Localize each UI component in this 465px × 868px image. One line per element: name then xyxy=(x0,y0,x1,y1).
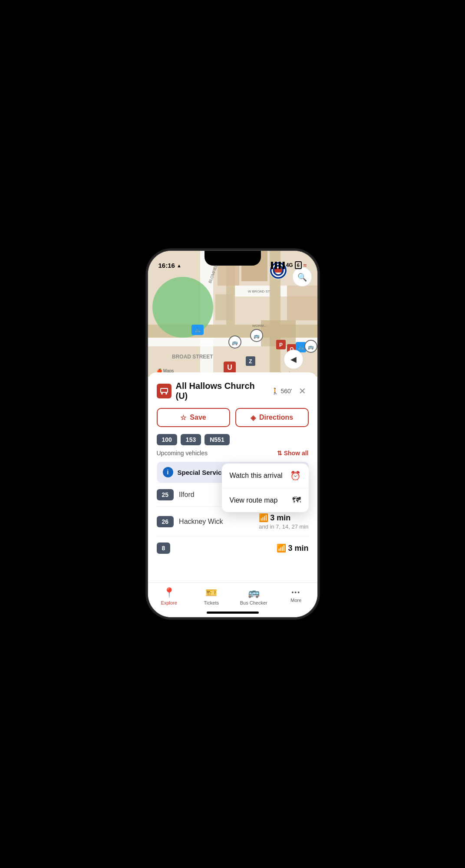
stop-header: All Hallows Church (U) 🚶 560' ✕ xyxy=(157,381,309,401)
bus-row-right-26: 📶 3 min and in 7, 14, 27 min xyxy=(259,513,308,530)
svg-text:W BROAD ST: W BROAD ST xyxy=(248,289,270,293)
bus-sub-time-26: and in 7, 14, 27 min xyxy=(259,523,308,530)
phone-shell: 16:16 ▲ ▐▐▐▐ 4G 6 ≈ xyxy=(148,251,317,617)
info-icon: i xyxy=(163,467,173,477)
bus-badge-26: 26 xyxy=(157,516,174,527)
bus-stop-icon xyxy=(157,384,171,398)
notch xyxy=(204,251,261,266)
svg-rect-10 xyxy=(287,286,317,320)
map-icon: 🗺 xyxy=(292,495,301,505)
save-label: Save xyxy=(190,414,206,421)
bus-checker-icon: 🚌 xyxy=(248,587,260,598)
realtime-icon-8: 📶 xyxy=(277,543,286,553)
svg-text:P: P xyxy=(279,342,282,348)
star-icon: ☆ xyxy=(180,414,186,422)
svg-point-48 xyxy=(161,393,163,395)
map-area[interactable]: BLOMFIELD ST W BROAD ST WORM... BROAD ST… xyxy=(148,251,317,377)
upcoming-row: Upcoming vehicles ⇅ Show all xyxy=(157,450,309,457)
svg-text:🚌: 🚌 xyxy=(232,339,238,345)
bus-row-main-26: 26 Hackney Wick 📶 3 min and in 7, 14, 27… xyxy=(157,513,309,530)
nav-item-more[interactable]: ••• More xyxy=(281,587,311,603)
home-indicator xyxy=(207,612,259,614)
more-icon: ••• xyxy=(291,589,300,596)
walk-distance: 🚶 560' xyxy=(271,388,292,395)
save-button[interactable]: ☆ Save xyxy=(157,408,230,427)
view-route-map-item[interactable]: View route map 🗺 xyxy=(222,488,309,512)
bus-row-left-26: 26 Hackney Wick xyxy=(157,516,223,527)
svg-point-49 xyxy=(165,393,167,395)
distance-value: 560' xyxy=(280,388,292,395)
route-badges: 100 153 N551 xyxy=(157,434,309,445)
directions-button[interactable]: ◈ Directions xyxy=(235,408,309,427)
action-buttons: ☆ Save ◈ Directions xyxy=(157,408,309,427)
nav-item-explore[interactable]: 📍 Explore xyxy=(154,587,184,605)
explore-icon: 📍 xyxy=(163,587,175,598)
route-badge-100[interactable]: 100 xyxy=(157,434,177,445)
alarm-clock-icon: ⏰ xyxy=(290,470,301,481)
view-route-map-label: View route map xyxy=(230,496,278,504)
svg-text:Z: Z xyxy=(249,358,252,365)
upcoming-vehicles-label: Upcoming vehicles xyxy=(157,450,208,457)
bus-destination-25: Ilford xyxy=(179,491,195,499)
map-svg: BLOMFIELD ST W BROAD ST WORM... BROAD ST… xyxy=(148,251,317,377)
svg-text:🚲: 🚲 xyxy=(297,344,304,350)
bus-row-right-8: 📶 3 min xyxy=(277,543,308,553)
realtime-icon-26: 📶 xyxy=(259,513,268,523)
show-all-button[interactable]: ⇅ Show all xyxy=(277,450,309,457)
bus-row-8[interactable]: 8 📶 3 min xyxy=(157,536,309,560)
show-all-label: Show all xyxy=(284,450,309,457)
stop-name: All Hallows Church (U) xyxy=(176,381,267,401)
svg-point-7 xyxy=(152,277,213,338)
nav-item-tickets[interactable]: 🎫 Tickets xyxy=(196,587,227,605)
bus-time-value-26: 3 min xyxy=(270,513,290,523)
special-service-left: i Special Service xyxy=(163,467,225,477)
svg-text:BROAD STREET: BROAD STREET xyxy=(172,354,213,360)
sort-icon: ⇅ xyxy=(277,450,282,457)
svg-rect-12 xyxy=(215,294,233,320)
bus-row-left-8: 8 xyxy=(157,542,171,554)
bus-time-value-8: 3 min xyxy=(288,544,308,553)
bus-time-26: 📶 3 min xyxy=(259,513,308,523)
bus-destination-26: Hackney Wick xyxy=(179,518,223,526)
nav-label-explore: Explore xyxy=(161,600,177,605)
svg-text:◀: ◀ xyxy=(290,355,297,364)
bus-time-8: 📶 3 min xyxy=(277,543,308,553)
bus-row-main-8: 8 📶 3 min xyxy=(157,542,309,554)
svg-text:🚌: 🚌 xyxy=(308,344,314,350)
nav-label-more: More xyxy=(290,598,301,603)
tickets-icon: 🎫 xyxy=(205,587,217,598)
svg-rect-47 xyxy=(161,389,167,392)
close-button[interactable]: ✕ xyxy=(297,385,309,397)
special-service-text: Special Service xyxy=(178,469,225,476)
nav-item-bus-checker[interactable]: 🚌 Bus Checker xyxy=(238,587,269,605)
svg-text:🔍: 🔍 xyxy=(297,273,307,282)
bus-row-left-25: 25 Ilford xyxy=(157,489,195,500)
svg-text:WORM...: WORM... xyxy=(252,324,267,328)
svg-text:U: U xyxy=(227,364,232,371)
route-badge-153[interactable]: 153 xyxy=(181,434,201,445)
bus-badge-8: 8 xyxy=(157,542,171,554)
phone-screen: 16:16 ▲ ▐▐▐▐ 4G 6 ≈ xyxy=(148,251,317,617)
route-badge-n551[interactable]: N551 xyxy=(204,434,229,445)
watch-arrival-item[interactable]: Watch this arrival ⏰ xyxy=(222,464,309,488)
directions-icon: ◈ xyxy=(251,414,256,422)
directions-label: Directions xyxy=(259,414,293,421)
bus-badge-25: 25 xyxy=(157,489,174,500)
watch-arrival-label: Watch this arrival xyxy=(230,472,283,480)
svg-text:🚌: 🚌 xyxy=(254,333,260,339)
nav-label-bus-checker: Bus Checker xyxy=(240,600,267,605)
walk-icon: 🚶 xyxy=(271,388,279,395)
nav-label-tickets: Tickets xyxy=(204,600,219,605)
svg-text:🚲: 🚲 xyxy=(194,326,201,333)
context-menu: Watch this arrival ⏰ View route map 🗺 xyxy=(222,464,309,512)
